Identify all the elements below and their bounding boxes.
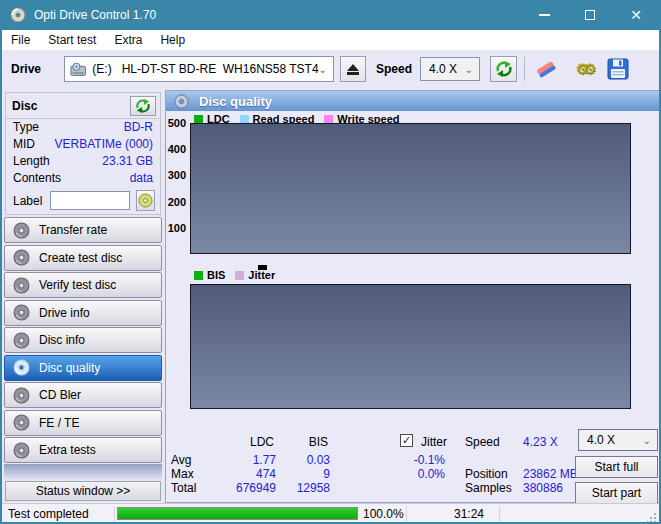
disc-label-button[interactable]	[136, 190, 155, 211]
start-part-button[interactable]: Start part	[575, 482, 658, 504]
sidebar-item-label: Disc info	[39, 333, 85, 347]
eraser-icon	[533, 58, 559, 80]
ldc-column-header: LDC	[216, 435, 274, 449]
save-button[interactable]	[604, 56, 632, 82]
close-button[interactable]: ✕	[613, 0, 659, 30]
title-bar: Opti Drive Control 1.70 ✕	[2, 0, 659, 30]
eject-button[interactable]	[340, 56, 366, 82]
chart2-plot	[190, 284, 631, 409]
chart1-y-axis-right	[633, 123, 661, 254]
field-label: MID	[13, 137, 35, 152]
elapsed-time: 31:24	[412, 507, 484, 521]
speed-select[interactable]: 4.0 X ⌄	[420, 57, 480, 81]
sidebar-item-label: FE / TE	[39, 416, 79, 430]
refresh-disc-button[interactable]	[130, 96, 156, 116]
label-input[interactable]	[50, 191, 130, 210]
total-row-label: Total	[171, 481, 196, 495]
sidebar-item-cd-bler[interactable]: CD Bler	[4, 382, 162, 408]
refresh-icon	[495, 60, 513, 78]
max-bis-value: 9	[272, 467, 330, 481]
maximize-icon	[585, 10, 595, 20]
avg-jitter-value: -0.1%	[386, 453, 445, 467]
chart1-y-axis-left: 500400300200100	[166, 123, 188, 254]
chart2-x-axis	[190, 410, 655, 422]
disc-field-length: Length23.31 GB	[6, 153, 160, 170]
minimize-icon	[539, 14, 550, 16]
cd-icon	[13, 222, 30, 239]
sidebar-filler	[4, 464, 162, 481]
position-stat-value: 23862 MB	[523, 467, 578, 481]
resize-grip[interactable]	[647, 512, 657, 522]
start-full-button[interactable]: Start full	[575, 456, 658, 478]
axis-tick-label: 100	[168, 222, 186, 234]
sidebar-item-fe-te[interactable]: FE / TE	[4, 410, 162, 436]
label-field-caption: Label	[13, 194, 42, 208]
chart2-legend: BISJitter	[194, 269, 285, 281]
chart2-y-axis-right	[633, 284, 661, 409]
sidebar-item-label: Disc quality	[39, 361, 100, 375]
field-value[interactable]: data	[130, 171, 153, 186]
legend-swatch-icon	[235, 271, 244, 280]
disc-info-panel: Disc TypeBD-RMIDVERBATIMe (000)Length23.…	[5, 92, 161, 215]
sidebar-item-extra-tests[interactable]: Extra tests	[4, 437, 162, 463]
sidebar-item-label: Extra tests	[39, 443, 96, 457]
chevron-down-icon: ⌄	[319, 64, 333, 75]
menu-item-help[interactable]: Help	[151, 30, 194, 50]
maximize-button[interactable]	[567, 0, 613, 30]
jitter-label: Jitter	[421, 435, 447, 449]
menu-item-extra[interactable]: Extra	[105, 30, 151, 50]
menu-item-start-test[interactable]: Start test	[39, 30, 105, 50]
window-title: Opti Drive Control 1.70	[34, 8, 156, 22]
sidebar-item-disc-quality[interactable]: Disc quality	[4, 355, 162, 381]
cd-icon	[138, 193, 153, 208]
toolbar-separator	[524, 57, 525, 81]
sidebar-item-label: Create test disc	[39, 251, 122, 265]
checkmark-icon: ✓	[402, 434, 411, 447]
axis-tick-label: 400	[168, 143, 186, 155]
chevron-down-icon: ⌄	[643, 435, 657, 446]
erase-disc-button[interactable]	[532, 57, 560, 81]
field-value: BD-R	[124, 120, 153, 135]
total-bis-value: 12958	[272, 481, 330, 495]
axis-tick-label: 200	[168, 196, 186, 208]
sidebar-item-drive-info[interactable]: Drive info	[4, 300, 162, 326]
legend-item-jitter: Jitter	[235, 269, 275, 281]
avg-row-label: Avg	[171, 453, 191, 467]
progress-percent: 100.0%	[363, 507, 404, 521]
disc-field-contents: Contentsdata	[6, 170, 160, 187]
legend-label: BIS	[207, 269, 225, 281]
drive-select[interactable]: (E:) HL-DT-ST BD-RE WH16NS58 TST4 ⌄	[64, 56, 334, 82]
refresh-icon	[135, 98, 151, 114]
max-row-label: Max	[171, 467, 194, 481]
legend-item-bis: BIS	[194, 269, 225, 281]
drive-value: (E:) HL-DT-ST BD-RE WH16NS58 TST4	[92, 62, 318, 76]
sidebar-item-label: Drive info	[39, 306, 90, 320]
cd-icon	[13, 304, 30, 321]
status-window-button[interactable]: Status window >>	[5, 481, 161, 501]
field-label: Length	[13, 154, 50, 169]
sidebar-item-transfer-rate[interactable]: Transfer rate	[4, 217, 162, 243]
cd-icon	[13, 442, 30, 459]
refresh-speed-button[interactable]	[490, 56, 517, 82]
sidebar-item-create-test-disc[interactable]: Create test disc	[4, 245, 162, 271]
toolbar: Drive (E:) HL-DT-ST BD-RE WH16NS58 TST4 …	[2, 50, 659, 88]
samples-stat-value: 380886	[523, 481, 563, 495]
samples-stat-label: Samples	[465, 481, 512, 495]
field-value: 23.31 GB	[102, 154, 153, 169]
cd-icon	[13, 249, 30, 266]
jitter-checkbox[interactable]: ✓	[400, 434, 413, 447]
sidebar-item-verify-test-disc[interactable]: Verify test disc	[4, 272, 162, 298]
field-value: VERBATIMe (000)	[55, 137, 153, 152]
sidebar-item-disc-info[interactable]: Disc info	[4, 327, 162, 353]
menu-item-file[interactable]: File	[2, 30, 39, 50]
test-speed-select[interactable]: 4.0 X ⌄	[578, 429, 658, 451]
status-bar: Test completed 100.0% 31:24	[2, 503, 659, 522]
cd-icon	[174, 94, 189, 109]
sidebar-item-label: Verify test disc	[39, 278, 116, 292]
axis-tick-label: 500	[168, 117, 186, 129]
disc-field-type: TypeBD-R	[6, 119, 160, 136]
settings-button[interactable]: ⚙⚙	[568, 57, 598, 81]
cd-icon	[13, 359, 30, 376]
speed-value: 4.0 X	[429, 62, 457, 76]
minimize-button[interactable]	[521, 0, 567, 30]
